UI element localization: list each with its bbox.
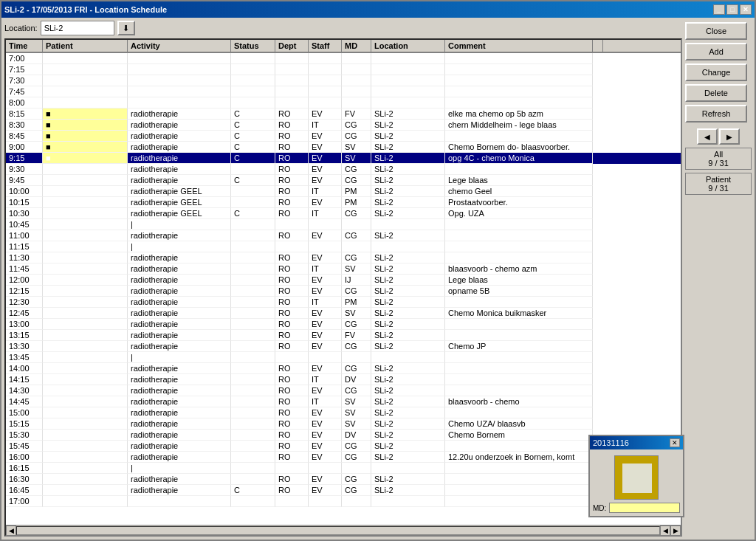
cell-patient xyxy=(43,219,128,230)
table-row[interactable]: 10:45| xyxy=(6,219,681,230)
cell-time: 9:00 xyxy=(6,142,43,153)
cell-status xyxy=(231,418,275,430)
cell-location: SLi-2 xyxy=(371,131,445,142)
table-row[interactable]: 11:30radiotherapieROEVCGSLi-2 xyxy=(6,252,681,263)
cell-location: SLi-2 xyxy=(371,330,445,341)
scroll-left-button[interactable]: ◀ xyxy=(6,526,16,536)
cell-staff: EV xyxy=(309,175,342,186)
table-row[interactable]: 16:45radiotherapieCROEVCGSLi-2 xyxy=(6,485,681,496)
cell-time: 14:30 xyxy=(6,385,43,396)
cell-activity: radiotherapie xyxy=(128,341,231,352)
table-row[interactable]: 14:00radiotherapieROEVCGSLi-2 xyxy=(6,363,681,374)
table-row[interactable]: 8:00 xyxy=(6,97,681,108)
table-row[interactable]: 8:30■radiotherapieCROITCGSLi-2chern Midd… xyxy=(6,120,681,131)
nav-prev-button[interactable]: ◀ xyxy=(697,128,718,145)
table-row[interactable]: 16:00radiotherapieROEVCGSLi-212.20u onde… xyxy=(6,452,681,463)
cell-patient: ■ xyxy=(43,142,128,153)
table-row[interactable]: 15:15radiotherapieROEVSVSLi-2Chemo UZA/ … xyxy=(6,418,681,430)
cell-comment: chemo Geel xyxy=(445,186,593,197)
cell-patient xyxy=(43,230,128,241)
table-row[interactable]: 15:45radiotherapieROEVCGSLi-2 xyxy=(6,441,681,452)
table-row[interactable]: 12:45radiotherapieROEVSVSLi-2Chemo Monic… xyxy=(6,308,681,319)
download-button[interactable]: ⬇ xyxy=(117,21,135,35)
table-row[interactable]: 7:15 xyxy=(6,64,681,75)
table-row[interactable]: 11:45radiotherapieROITSVSLi-2blaasvoorb … xyxy=(6,263,681,275)
cell-status xyxy=(231,319,275,330)
cell-dept: RO xyxy=(275,441,309,452)
location-input[interactable] xyxy=(41,21,114,35)
table-row[interactable]: 12:15radiotherapieROEVCGSLi-2opname 5B xyxy=(6,286,681,297)
cell-dept: RO xyxy=(275,330,309,341)
table-row[interactable]: 7:45 xyxy=(6,86,681,97)
table-row[interactable]: 12:30radiotherapieROITPMSLi-2 xyxy=(6,297,681,308)
cell-location xyxy=(371,496,445,507)
close-window-button[interactable]: ✕ xyxy=(740,4,752,15)
table-row[interactable]: 9:30radiotherapieROEVCGSLi-2 xyxy=(6,164,681,175)
cell-md: CG xyxy=(342,175,371,186)
cell-dept xyxy=(275,53,309,64)
cell-status xyxy=(231,396,275,407)
nav-next-button[interactable]: ▶ xyxy=(719,128,740,145)
cell-status xyxy=(231,330,275,341)
table-row[interactable]: 15:30radiotherapieROEVDVSLi-2Chemo Borne… xyxy=(6,430,681,441)
maximize-button[interactable]: □ xyxy=(726,4,738,15)
cell-activity: radiotherapie xyxy=(128,308,231,319)
table-row[interactable]: 10:00radiotherapie GEELROITPMSLi-2chemo … xyxy=(6,186,681,197)
popup-close-button[interactable]: ✕ xyxy=(670,438,680,447)
cell-md: DV xyxy=(342,374,371,385)
scroll-right-button-1[interactable]: ◀ xyxy=(660,526,670,536)
cell-staff: EV xyxy=(309,230,342,241)
cell-comment xyxy=(445,75,593,86)
table-row[interactable]: 7:30 xyxy=(6,75,681,86)
cell-md: FV xyxy=(342,108,371,120)
cell-staff: EV xyxy=(309,474,342,485)
add-button[interactable]: Add xyxy=(685,43,747,61)
table-row[interactable]: 16:15| xyxy=(6,463,681,474)
table-row[interactable]: 7:00 xyxy=(6,53,681,64)
table-row[interactable]: 13:45| xyxy=(6,352,681,363)
table-row[interactable]: 8:15■radiotherapieCROEVFVSLi-2elke ma ch… xyxy=(6,108,681,120)
cell-time: 8:45 xyxy=(6,131,43,142)
table-row[interactable]: 12:00radiotherapieROEVIJSLi-2Lege blaas xyxy=(6,275,681,286)
scroll-right-button-2[interactable]: ▶ xyxy=(670,526,681,536)
cell-time: 13:30 xyxy=(6,341,43,352)
cell-location: SLi-2 xyxy=(371,407,445,418)
cell-staff: EV xyxy=(309,385,342,396)
cell-activity: radiotherapie xyxy=(128,363,231,374)
cell-md: SV xyxy=(342,407,371,418)
table-row[interactable]: 14:30radiotherapieROEVCGSLi-2 xyxy=(6,385,681,396)
table-row[interactable]: 16:30radiotherapieROEVCGSLi-2 xyxy=(6,474,681,485)
table-row[interactable]: 9:45radiotherapieCROEVCGSLi-2Lege blaas xyxy=(6,175,681,186)
delete-button[interactable]: Delete xyxy=(685,84,747,102)
table-row[interactable]: 14:45radiotherapieROITSVSLi-2blaasvoorb … xyxy=(6,396,681,407)
table-row[interactable]: 9:15■radiotherapieCROEVSVSLi-2opg 4C - c… xyxy=(6,153,681,164)
cell-comment xyxy=(445,53,593,64)
minimize-button[interactable]: _ xyxy=(713,4,725,15)
table-row[interactable]: 13:30radiotherapieROEVCGSLi-2Chemo JP xyxy=(6,341,681,352)
cell-status xyxy=(231,407,275,418)
table-row[interactable]: 14:15radiotherapieROITDVSLi-2 xyxy=(6,374,681,385)
cell-status xyxy=(231,164,275,175)
table-row[interactable]: 15:00radiotherapieROEVSVSLi-2 xyxy=(6,407,681,418)
refresh-button[interactable]: Refresh xyxy=(685,105,747,123)
change-button[interactable]: Change xyxy=(685,63,747,81)
cell-location: SLi-2 xyxy=(371,153,445,164)
cell-activity: radiotherapie xyxy=(128,330,231,341)
table-row[interactable]: 13:00radiotherapieROEVCGSLi-2 xyxy=(6,319,681,330)
table-row[interactable]: 11:00radiotherapieROEVCGSLi-2 xyxy=(6,230,681,241)
cell-patient xyxy=(43,64,128,75)
cell-patient xyxy=(43,341,128,352)
close-button[interactable]: Close xyxy=(685,22,747,40)
cell-status xyxy=(231,385,275,396)
table-row[interactable]: 10:15radiotherapie GEELROEVPMSLi-2Prosta… xyxy=(6,197,681,208)
table-row[interactable]: 9:00■radiotherapieCROEVSVSLi-2Chemo Born… xyxy=(6,142,681,153)
table-row[interactable]: 17:00 xyxy=(6,496,681,507)
table-scroll[interactable]: 7:007:157:307:458:008:15■radiotherapieCR… xyxy=(6,53,681,525)
table-row[interactable]: 11:15| xyxy=(6,241,681,252)
cell-time: 14:00 xyxy=(6,363,43,374)
table-row[interactable]: 10:30radiotherapie GEELCROITCGSLi-2Opg. … xyxy=(6,208,681,219)
cell-comment xyxy=(445,496,593,507)
scroll-track[interactable] xyxy=(16,526,660,535)
table-row[interactable]: 8:45■radiotherapieCROEVCGSLi-2 xyxy=(6,131,681,142)
table-row[interactable]: 13:15radiotherapieROEVFVSLi-2 xyxy=(6,330,681,341)
